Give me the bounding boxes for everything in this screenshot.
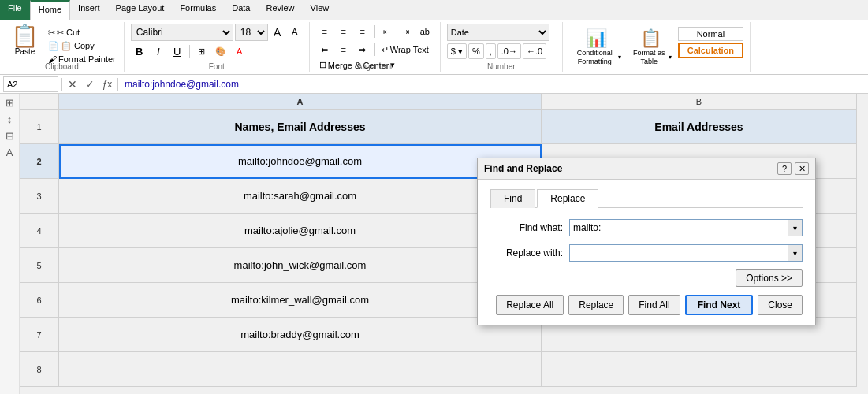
align-top-right-button[interactable]: ≡	[354, 24, 371, 39]
calculation-style[interactable]: Calculation	[678, 43, 743, 58]
cell-6a[interactable]: mailto:kilmer_wall@gmail.com	[59, 283, 542, 318]
replace-button[interactable]: Replace	[568, 295, 624, 315]
indent-increase-button[interactable]: ⇥	[397, 24, 415, 39]
bold-button[interactable]: B	[131, 43, 148, 59]
align-left-button[interactable]: ⬅	[316, 42, 333, 58]
cell-3a[interactable]: mailto:sarah@gmail.com	[59, 179, 542, 214]
close-button[interactable]: Close	[758, 295, 803, 315]
replace-with-input[interactable]	[570, 245, 788, 261]
font-size-select[interactable]: 18	[235, 24, 268, 41]
row-num-2: 2	[20, 144, 59, 179]
find-replace-dialog[interactable]: Find and Replace ? ✕ Find Replace Find w…	[477, 158, 816, 325]
cond-format-dropdown-icon: ▾	[618, 54, 621, 61]
font-color-button[interactable]: A	[231, 43, 248, 59]
col-header-row: A B	[20, 94, 868, 110]
align-separator	[374, 25, 375, 38]
options-button[interactable]: Options >>	[736, 269, 803, 287]
panel-icon-4[interactable]: A	[6, 147, 13, 158]
panel-icon-3[interactable]: ⊟	[6, 130, 14, 142]
cut-button[interactable]: ✂ ✂ Cut	[47, 27, 117, 39]
dialog-tab-replace[interactable]: Replace	[537, 189, 598, 208]
find-what-row: Find what: ▾	[490, 219, 803, 236]
currency-button[interactable]: $ ▾	[447, 43, 467, 59]
comma-button[interactable]: ,	[486, 43, 496, 59]
formula-input[interactable]	[121, 76, 865, 92]
font-group-label: Font	[125, 62, 309, 71]
find-what-label: Find what:	[490, 222, 569, 233]
col-header-a[interactable]: A	[59, 94, 542, 110]
normal-style[interactable]: Normal	[678, 27, 743, 41]
tab-page-layout[interactable]: Page Layout	[108, 0, 173, 20]
dialog-tab-find[interactable]: Find	[490, 189, 535, 208]
align-right-button[interactable]: ➡	[354, 42, 371, 58]
find-what-input[interactable]	[570, 220, 788, 236]
paste-button[interactable]: 📋 Paste	[6, 24, 43, 58]
cell-1a[interactable]: Names, Email Addresses	[59, 110, 542, 144]
align-top-center-button[interactable]: ≡	[335, 24, 352, 39]
format-table-button[interactable]: 📋 Format as Table ▾	[628, 27, 675, 68]
increase-decimal-button[interactable]: .0→	[497, 43, 521, 59]
styles-group: 📊 Conditional Formatting ▾ 📋 Format as T…	[563, 22, 751, 72]
wrap-text-label: Wrap Text	[390, 45, 429, 54]
dialog-buttons: Replace All Replace Find All Find Next C…	[490, 295, 803, 315]
tab-file[interactable]: File	[0, 0, 30, 20]
tab-view[interactable]: View	[303, 0, 337, 20]
cut-icon: ✂	[48, 28, 55, 38]
left-panel: ⊞ ↕ ⊟ A	[0, 94, 20, 394]
cell-reference-input[interactable]	[3, 76, 58, 92]
cell-1b[interactable]: Email Addresses	[542, 110, 857, 144]
decrease-decimal-button[interactable]: ←.0	[523, 43, 546, 59]
cell-8a[interactable]	[59, 352, 542, 387]
align-row1: ≡ ≡ ≡ ⇤ ⇥ ab	[316, 24, 434, 39]
corner-cell	[20, 94, 59, 110]
dialog-title-bar: Find and Replace ? ✕	[478, 158, 815, 180]
cond-format-label: Conditional Formatting	[572, 49, 617, 66]
font-grow-button[interactable]: A	[270, 24, 285, 40]
cell-2a[interactable]: mailto:johndoe@gmail.com	[59, 144, 542, 179]
cancel-formula-button[interactable]: ✕	[65, 77, 80, 91]
tab-insert[interactable]: Insert	[70, 0, 108, 20]
copy-label: 📋 Copy	[61, 41, 95, 51]
tab-formulas[interactable]: Formulas	[172, 0, 224, 20]
tab-home[interactable]: Home	[30, 0, 70, 20]
fill-color-button[interactable]: 🎨	[212, 43, 229, 59]
find-all-button[interactable]: Find All	[628, 295, 680, 315]
row-num-3: 3	[20, 179, 59, 214]
align-top-left-button[interactable]: ≡	[316, 24, 333, 39]
paste-label: Paste	[15, 47, 35, 56]
conditional-formatting-button[interactable]: 📊 Conditional Formatting ▾	[569, 27, 624, 68]
italic-button[interactable]: I	[150, 43, 167, 59]
font-shrink-button[interactable]: A	[287, 24, 303, 40]
find-next-button[interactable]: Find Next	[685, 295, 754, 315]
align-center-button[interactable]: ≡	[335, 42, 352, 58]
replace-all-button[interactable]: Replace All	[496, 295, 564, 315]
find-what-input-wrapper: ▾	[569, 219, 803, 236]
tab-data[interactable]: Data	[224, 0, 258, 20]
cell-4a[interactable]: mailto:ajolie@gmail.com	[59, 214, 542, 248]
find-what-dropdown[interactable]: ▾	[788, 220, 802, 236]
panel-icon-1[interactable]: ⊞	[6, 97, 14, 109]
underline-button[interactable]: U	[169, 43, 186, 59]
border-button[interactable]: ⊞	[193, 43, 210, 59]
confirm-formula-button[interactable]: ✓	[83, 77, 97, 91]
percent-button[interactable]: %	[468, 43, 484, 59]
col-header-b[interactable]: B	[542, 94, 857, 110]
row-num-5: 5	[20, 248, 59, 283]
wrap-text-button[interactable]: ↵ Wrap Text	[378, 42, 432, 58]
font-family-select[interactable]: Calibri	[131, 24, 233, 41]
tab-review[interactable]: Review	[258, 0, 302, 20]
number-format-select[interactable]: Date General Number	[447, 24, 549, 41]
cell-5a[interactable]: mailto:john_wick@gmail.com	[59, 248, 542, 283]
indent-decrease-button[interactable]: ⇤	[378, 24, 396, 39]
orientation-button[interactable]: ab	[416, 24, 434, 39]
cond-format-icon: 📊	[586, 28, 607, 49]
cell-7a[interactable]: mailto:braddy@gmail.com	[59, 318, 542, 352]
cell-8b[interactable]	[542, 352, 857, 387]
copy-button[interactable]: 📄 📋 Copy	[47, 40, 117, 52]
dialog-close-button[interactable]: ✕	[795, 162, 809, 175]
clipboard-items: ✂ ✂ Cut 📄 📋 Copy 🖌 Format Painter	[47, 27, 117, 65]
dialog-help-button[interactable]: ?	[777, 162, 792, 175]
panel-icon-2[interactable]: ↕	[7, 113, 13, 125]
replace-with-dropdown[interactable]: ▾	[788, 245, 802, 261]
insert-function-button[interactable]: ƒx	[100, 77, 114, 91]
